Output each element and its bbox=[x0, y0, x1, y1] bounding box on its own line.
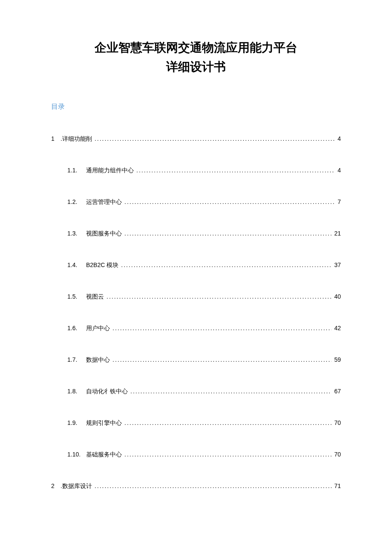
toc-entry-number: 1.10. bbox=[67, 451, 86, 458]
toc-leader-dots bbox=[95, 135, 335, 142]
toc-entry-page: 71 bbox=[331, 482, 341, 489]
toc-entry-number: 1.5. bbox=[67, 293, 86, 300]
toc-entry: 1.5.视图云40 bbox=[51, 293, 341, 301]
toc-entry: 1.9.规则引擎中心70 bbox=[51, 419, 341, 427]
toc-entry-page: 59 bbox=[331, 356, 341, 363]
toc-entry-title: 视图服务中心 bbox=[86, 230, 124, 238]
toc-entry-number: 1.7. bbox=[67, 356, 86, 363]
toc-entry-page: 42 bbox=[331, 325, 341, 331]
toc-entry-title: 详细功能削 bbox=[62, 135, 95, 143]
toc-leader-dots bbox=[124, 198, 335, 205]
toc-entry-number: 1.9. bbox=[67, 419, 86, 426]
document-title-line-1: 企业智慧车联网交通物流应用能力平台 bbox=[51, 38, 341, 58]
toc-entry: 1.详细功能削4 bbox=[51, 135, 341, 143]
toc-entry-number: 1.6. bbox=[67, 325, 86, 331]
toc-entry-page: 70 bbox=[331, 451, 341, 458]
toc-entry: 1.7.数据中心59 bbox=[51, 356, 341, 364]
document-title-line-2: 详细设计书 bbox=[51, 58, 341, 77]
table-of-contents: 1.详细功能削41.1.通用能力组件中心41.2.运营管理中心71.3.视图服务… bbox=[51, 135, 341, 490]
toc-leader-dots bbox=[95, 482, 332, 489]
toc-entry: 1.2.运营管理中心7 bbox=[51, 198, 341, 206]
toc-entry-number: 1.3. bbox=[67, 230, 86, 237]
toc-entry-title: 用户中心 bbox=[86, 325, 112, 332]
toc-entry-page: 70 bbox=[331, 419, 341, 426]
toc-entry: 1.4.B2B2C 模块37 bbox=[51, 262, 341, 269]
toc-entry-title: 运营管理中心 bbox=[86, 198, 124, 206]
toc-entry-page: 40 bbox=[331, 293, 341, 300]
toc-entry-number: 1.2. bbox=[67, 198, 86, 205]
toc-entry-page: 4 bbox=[335, 135, 341, 142]
toc-entry-number: 1.8. bbox=[67, 388, 86, 395]
toc-entry: 1.6.用户中心42 bbox=[51, 325, 341, 332]
document-title-block: 企业智慧车联网交通物流应用能力平台 详细设计书 bbox=[51, 38, 341, 77]
toc-entry-number: 1 bbox=[51, 135, 61, 142]
toc-heading: 目录 bbox=[51, 102, 341, 111]
toc-entry-number: 1.1. bbox=[67, 167, 86, 174]
toc-entry-title: 视图云 bbox=[86, 293, 107, 301]
toc-entry-number: 2 bbox=[51, 482, 61, 489]
toc-entry-page: 67 bbox=[331, 388, 341, 395]
toc-leader-dots bbox=[124, 230, 331, 237]
toc-leader-dots bbox=[107, 293, 331, 300]
toc-leader-dots bbox=[136, 167, 335, 174]
toc-entry: 1.3.视图服务中心21 bbox=[51, 230, 341, 238]
toc-leader-dots bbox=[130, 388, 331, 395]
toc-entry-page: 4 bbox=[335, 167, 341, 174]
toc-entry-title: 基础服务中心 bbox=[86, 451, 124, 459]
toc-entry-page: 37 bbox=[331, 262, 341, 268]
toc-entry: 2.数据库设计71 bbox=[51, 482, 341, 490]
toc-entry-title: 规则引擎中心 bbox=[86, 419, 124, 427]
toc-entry-title: B2B2C 模块 bbox=[86, 262, 121, 269]
toc-leader-dots bbox=[112, 325, 331, 331]
toc-leader-dots bbox=[121, 262, 331, 268]
toc-leader-dots bbox=[124, 451, 331, 458]
toc-entry-title: 自动化彳铁中心 bbox=[86, 388, 130, 395]
toc-entry: 1.1.通用能力组件中心4 bbox=[51, 167, 341, 174]
toc-entry-title: 通用能力组件中心 bbox=[86, 167, 136, 174]
toc-leader-dots bbox=[112, 356, 331, 363]
toc-entry-title: 数据库设计 bbox=[62, 482, 95, 490]
toc-entry-number: 1.4. bbox=[67, 262, 86, 268]
toc-entry-page: 21 bbox=[331, 230, 341, 237]
toc-entry: 1.10.基础服务中心70 bbox=[51, 451, 341, 459]
toc-entry-page: 7 bbox=[335, 198, 341, 205]
toc-entry: 1.8.自动化彳铁中心67 bbox=[51, 388, 341, 395]
toc-leader-dots bbox=[124, 419, 331, 426]
toc-entry-title: 数据中心 bbox=[86, 356, 112, 364]
